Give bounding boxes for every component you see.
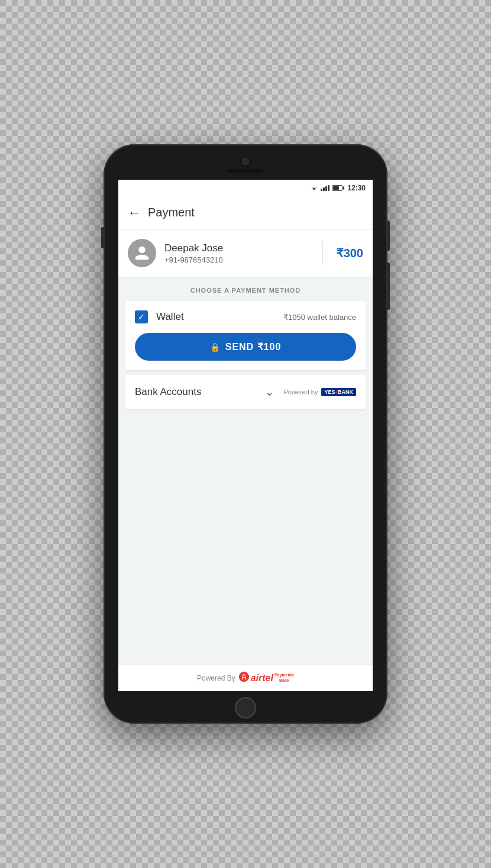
status-bar: 12:30 — [118, 180, 373, 196]
payment-method-section: CHOOSE A PAYMENT METHOD ✓ Wallet ₹1050 w… — [118, 277, 373, 664]
wallet-balance: ₹1050 wallet balance — [283, 313, 356, 322]
payment-header: ← Payment — [118, 196, 373, 229]
phone-bottom — [104, 691, 387, 724]
recipient-info: Deepak Jose +91-9876543210 — [164, 242, 309, 264]
lock-icon: 🔒 — [210, 342, 221, 352]
bank-accounts-card[interactable]: Bank Accounts ⌄ Powered by YES / BANK — [125, 375, 366, 409]
power-button-bottom — [387, 263, 390, 310]
yes-bank-bank: BANK — [338, 389, 353, 395]
wifi-icon — [310, 185, 318, 192]
app-content: ← Payment Deepak Jose +91-9876543210 ₹30… — [118, 196, 373, 691]
yes-bank-slash: / — [335, 389, 337, 395]
page-title: Payment — [148, 206, 195, 219]
wallet-checkbox[interactable]: ✓ — [135, 310, 148, 323]
person-icon — [134, 245, 150, 261]
bank-accounts-label: Bank Accounts — [135, 386, 265, 398]
payment-amount: ₹300 — [336, 246, 363, 260]
recipient-name: Deepak Jose — [164, 242, 309, 254]
wallet-row: ✓ Wallet ₹1050 wallet balance — [135, 310, 356, 323]
recipient-row: Deepak Jose +91-9876543210 ₹300 — [118, 229, 373, 277]
wallet-label: Wallet — [156, 311, 275, 323]
back-button[interactable]: ← — [128, 206, 141, 219]
airtel-logo: 🅐 airtel PaymentsBank — [239, 672, 294, 684]
status-icons: 12:30 — [310, 184, 366, 192]
yes-bank-yes: YES — [324, 389, 335, 395]
battery-icon — [332, 185, 343, 191]
airtel-payments-text: PaymentsBank — [274, 673, 294, 683]
yes-bank-badge: YES / BANK — [321, 388, 356, 396]
wallet-card: ✓ Wallet ₹1050 wallet balance 🔒 SEND ₹10… — [125, 301, 366, 370]
camera — [240, 156, 251, 167]
airtel-symbol: 🅐 — [239, 672, 250, 684]
footer-powered-text: Powered By — [197, 674, 235, 682]
choose-method-label: CHOOSE A PAYMENT METHOD — [118, 277, 373, 301]
divider — [322, 241, 323, 265]
avatar — [128, 239, 156, 267]
app-footer: Powered By 🅐 airtel PaymentsBank — [118, 664, 373, 691]
send-button-label: SEND ₹100 — [225, 341, 282, 352]
power-button-top — [387, 221, 390, 251]
phone-top-bar — [104, 144, 387, 180]
checkmark-icon: ✓ — [138, 313, 145, 321]
status-time: 12:30 — [347, 184, 366, 192]
powered-by-label: Powered by — [283, 388, 318, 396]
speaker — [228, 169, 263, 173]
home-button[interactable] — [235, 697, 256, 718]
send-button[interactable]: 🔒 SEND ₹100 — [135, 333, 356, 361]
airtel-brand-text: airtel — [251, 673, 273, 684]
volume-button — [101, 227, 104, 248]
signal-icon — [321, 185, 330, 191]
phone-screen: 12:30 ← Payment Deepak Jose +91-98765432… — [118, 180, 373, 691]
recipient-phone: +91-9876543210 — [164, 255, 309, 264]
chevron-down-icon: ⌄ — [265, 386, 274, 399]
phone-device: 12:30 ← Payment Deepak Jose +91-98765432… — [104, 144, 387, 724]
